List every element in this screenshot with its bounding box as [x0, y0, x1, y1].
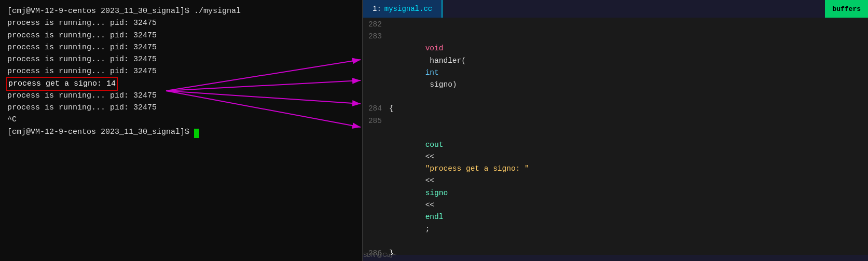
- editor-panel: 1: mysignal.cc buffers 282 283 void hand…: [363, 0, 868, 261]
- terminal-signo-line: process get a signo: 14: [7, 78, 117, 90]
- terminal-output-3: process is running... pid: 32475: [7, 42, 355, 53]
- line-num-283: 283: [363, 31, 389, 43]
- terminal-output-8: process is running... pid: 32475: [7, 102, 355, 114]
- terminal-output-1: process is running... pid: 32475: [7, 17, 355, 29]
- csdn-watermark: CSDN @Gay~: [363, 252, 864, 258]
- code-content-284: {: [389, 103, 868, 115]
- watermark-text: CSDN @Gay~: [363, 252, 396, 258]
- code-line-284: 284 {: [363, 103, 868, 115]
- string-285: "process get a signo: ": [425, 164, 529, 173]
- terminal-output-2: process is running... pid: 32475: [7, 30, 355, 42]
- buffers-button[interactable]: buffers: [825, 0, 868, 18]
- editor-header: 1: mysignal.cc buffers: [363, 0, 868, 18]
- code-line-283: 283 void handler( int signo): [363, 31, 868, 103]
- kw-int: int: [425, 68, 439, 77]
- tab-filename: mysignal.cc: [384, 5, 432, 13]
- line-num-282: 282: [363, 19, 389, 31]
- terminal-command-line: [cmj@VM-12-9-centos 2023_11_30_signal]$ …: [7, 5, 355, 17]
- code-area: 282 283 void handler( int signo) 284 { 2…: [363, 18, 868, 255]
- cout-285: cout: [425, 141, 444, 149]
- terminal-output-7: process is running... pid: 32475: [7, 90, 355, 102]
- terminal-cursor: [194, 129, 199, 138]
- code-content-285: cout << "process get a signo: " << signo…: [389, 115, 868, 248]
- editor-tab-active[interactable]: 1: mysignal.cc: [363, 0, 443, 18]
- line-num-285: 285: [363, 115, 389, 127]
- terminal-panel: [cmj@VM-12-9-centos 2023_11_30_signal]$ …: [0, 0, 363, 261]
- tab-number: 1:: [373, 5, 381, 13]
- code-content-283: void handler( int signo): [389, 31, 868, 103]
- code-line-285: 285 cout << "process get a signo: " << s…: [363, 115, 868, 248]
- terminal-end-prompt: [cmj@VM-12-9-centos 2023_11_30_signal]$: [7, 126, 355, 138]
- terminal-ctrl-c: ^C: [7, 114, 355, 126]
- terminal-output-5: process is running... pid: 32475: [7, 65, 355, 77]
- terminal-output-4: process is running... pid: 32475: [7, 53, 355, 65]
- kw-void: void: [425, 44, 444, 52]
- code-line-282: 282: [363, 19, 868, 31]
- terminal-highlighted-line-wrap: process get a signo: 14: [7, 78, 355, 90]
- line-num-284: 284: [363, 103, 389, 115]
